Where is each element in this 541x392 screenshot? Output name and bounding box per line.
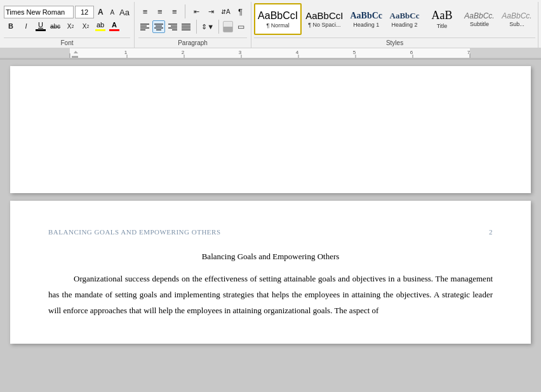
style-title-label: Title [437, 23, 448, 29]
page-title: Balancing Goals and Empowering Others [48, 249, 493, 264]
svg-text:4: 4 [296, 50, 299, 55]
svg-text:1: 1 [124, 50, 128, 55]
style-sub-preview: AaBbCc. [502, 11, 531, 20]
align-left-btn[interactable] [138, 20, 151, 33]
font-name-row: A A Aa [4, 6, 130, 18]
strikethrough-btn[interactable]: abc [48, 20, 62, 32]
paragraph-row2: ⇕▼ ▭ [138, 20, 247, 34]
style-normal-label: ¶ Normal [266, 22, 289, 29]
style-heading1-preview: AaBbCc [350, 11, 382, 21]
style-no-spacing-label: ¶ No Spaci... [308, 22, 340, 28]
decrease-indent-btn[interactable]: ⇤ [189, 5, 203, 18]
ruler-svg: 1 2 3 4 5 6 7 [0, 48, 541, 58]
svg-rect-37 [72, 56, 78, 58]
superscript-btn[interactable]: X2 [79, 20, 93, 32]
style-subtitle[interactable]: AaBbCc. Subtitle [461, 3, 498, 35]
justify-btn[interactable] [180, 20, 192, 33]
numbering-btn[interactable]: ≡ [153, 5, 166, 18]
svg-text:7: 7 [467, 50, 471, 55]
style-title[interactable]: AaB Title [424, 3, 460, 35]
svg-text:2: 2 [182, 50, 185, 55]
style-sub[interactable]: AaBbCc. Sub... [498, 3, 535, 35]
font-group-label[interactable]: Font [4, 37, 130, 48]
style-subtitle-preview: AaBbCc. [464, 11, 494, 20]
page-header-left: BALANCING GOALS AND EMPOWERING OTHERS [48, 226, 221, 239]
underline-btn[interactable]: U [34, 20, 47, 32]
style-title-preview: AaB [432, 9, 453, 22]
document-area: BALANCING GOALS AND EMPOWERING OTHERS 2 … [0, 60, 541, 365]
font-size-down-btn[interactable]: A [107, 6, 118, 18]
subscript-btn[interactable]: X2 [63, 20, 77, 32]
style-sub-label: Sub... [509, 21, 524, 27]
font-group: A A Aa B I U abc X2 X2 ab [3, 2, 135, 48]
borders-btn[interactable]: ▭ [234, 20, 247, 33]
ruler: 1 2 3 4 5 6 7 [0, 48, 541, 58]
style-subtitle-label: Subtitle [470, 21, 489, 27]
style-heading1[interactable]: AaBbCc Heading 1 [347, 3, 385, 35]
svg-text:5: 5 [353, 50, 356, 55]
style-normal[interactable]: AaBbCcI ¶ Normal [254, 3, 302, 35]
style-normal-preview: AaBbCcI [258, 10, 298, 22]
paragraph-group: ≡ ≡ ≡ ⇤ ⇥ ⇵A ¶ [135, 2, 251, 48]
font-name-input[interactable] [4, 6, 74, 18]
svg-text:3: 3 [239, 50, 242, 55]
align-center-btn[interactable] [152, 20, 165, 33]
svg-text:6: 6 [410, 50, 413, 55]
page-title-text: Balancing Goals and Empowering Others [202, 252, 340, 261]
style-heading1-label: Heading 1 [353, 22, 379, 28]
ribbon: A A Aa B I U abc X2 X2 ab [0, 0, 541, 60]
style-heading2-label: Heading 2 [391, 22, 417, 28]
sort-btn[interactable]: ⇵A [219, 5, 232, 18]
font-color-btn[interactable]: A [108, 20, 121, 32]
styles-group-label[interactable]: Styles [254, 37, 535, 48]
style-heading2[interactable]: AaBbCc Heading 2 [386, 3, 423, 35]
paragraph-group-label[interactable]: Paragraph [138, 37, 247, 48]
font-format-row: B I U abc X2 X2 ab A [4, 20, 130, 32]
shading-btn[interactable] [223, 21, 233, 32]
bold-btn[interactable]: B [4, 20, 18, 32]
clear-format-btn[interactable]: Aa [119, 6, 130, 18]
paragraph-row1: ≡ ≡ ≡ ⇤ ⇥ ⇵A ¶ [138, 4, 247, 18]
increase-indent-btn[interactable]: ⇥ [204, 5, 218, 18]
bullets-btn[interactable]: ≡ [138, 5, 152, 18]
align-right-btn[interactable] [166, 20, 179, 33]
page-number: 2 [489, 226, 493, 239]
line-spacing-btn[interactable]: ⇕▼ [201, 20, 215, 33]
page-1[interactable] [10, 66, 531, 193]
styles-group: AaBbCcI ¶ Normal AaBbCcI ¶ No Spaci... A… [251, 2, 538, 48]
multilevel-btn[interactable]: ≡ [168, 5, 181, 18]
show-marks-btn[interactable]: ¶ [234, 5, 247, 18]
page-header: BALANCING GOALS AND EMPOWERING OTHERS 2 [48, 226, 493, 239]
text-highlight-btn[interactable]: ab [94, 20, 107, 32]
svg-rect-18 [470, 48, 541, 58]
page-2[interactable]: BALANCING GOALS AND EMPOWERING OTHERS 2 … [10, 201, 531, 344]
style-heading2-preview: AaBbCc [390, 11, 420, 21]
svg-rect-17 [0, 48, 70, 58]
font-size-up-btn[interactable]: A [95, 6, 106, 18]
style-no-spacing[interactable]: AaBbCcI ¶ No Spaci... [302, 3, 346, 35]
page-body-paragraph: Organizational success depends on the ef… [48, 271, 493, 318]
style-no-spacing-preview: AaBbCcI [305, 10, 343, 21]
italic-btn[interactable]: I [19, 20, 33, 32]
page-content: BALANCING GOALS AND EMPOWERING OTHERS 2 … [48, 226, 493, 318]
font-size-input[interactable] [75, 6, 94, 18]
